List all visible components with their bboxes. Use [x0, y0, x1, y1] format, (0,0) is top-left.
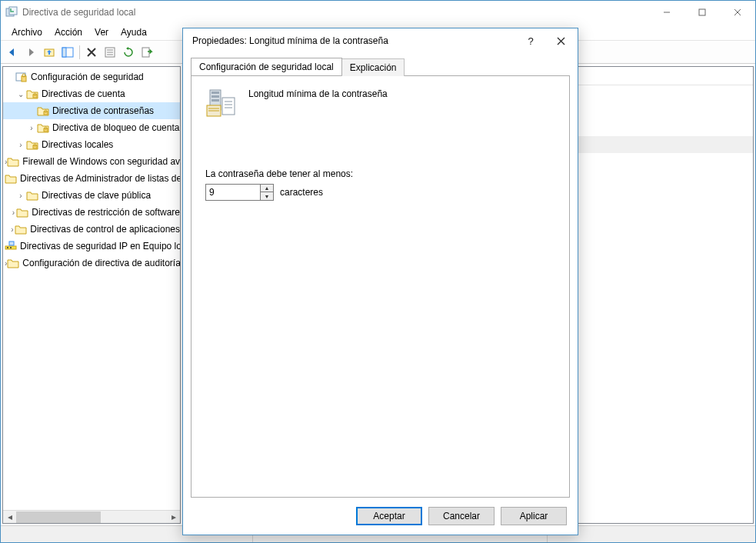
scroll-thumb[interactable]: [16, 511, 101, 523]
dialog-body: Configuración de seguridad local Explica…: [183, 53, 578, 498]
svg-point-26: [10, 247, 12, 248]
tree-root-label: Configuración de seguridad: [31, 72, 144, 82]
tree-item-label: Directivas locales: [42, 139, 113, 150]
tree-item-admin-listas[interactable]: Directivas de Administrador de listas de…: [3, 170, 180, 187]
min-length-input[interactable]: [206, 185, 260, 200]
spin-row: ▲ ▼ caracteres: [205, 184, 555, 201]
tree-item-label: Directivas de seguridad IP en Equipo loc…: [20, 241, 181, 252]
export-button[interactable]: [138, 44, 155, 61]
spin-up-button[interactable]: ▲: [261, 185, 273, 192]
minimize-button[interactable]: [649, 1, 684, 24]
folder-icon: [7, 155, 19, 168]
expand-icon[interactable]: ›: [15, 141, 26, 149]
expand-icon[interactable]: ›: [10, 225, 15, 234]
cancel-button[interactable]: Cancelar: [428, 507, 495, 525]
tab-label: Configuración de seguridad local: [199, 62, 334, 72]
svg-rect-6: [62, 48, 66, 57]
svg-rect-11: [142, 48, 149, 57]
policy-header: Longitud mínima de la contraseña: [205, 87, 555, 119]
dialog-close-button[interactable]: [544, 28, 578, 53]
svg-rect-28: [211, 92, 219, 94]
tree: Configuración de seguridad ⌄ Directivas …: [3, 67, 180, 273]
apply-button[interactable]: Aplicar: [501, 507, 567, 525]
policy-icon: [205, 87, 238, 119]
tree-item-label: Directivas de clave pública: [42, 190, 151, 201]
tree-item-firewall[interactable]: › Firewall de Windows con seguridad avan…: [3, 153, 180, 170]
folder-icon: [16, 206, 28, 218]
tree-item-label: Directivas de Administrador de listas de…: [20, 173, 181, 184]
help-button[interactable]: ?: [518, 28, 544, 53]
ok-button[interactable]: Aceptar: [356, 507, 422, 525]
tree-item-label: Directiva de bloqueo de cuenta: [52, 122, 179, 133]
app-icon: [5, 6, 18, 18]
properties-button[interactable]: [102, 44, 118, 61]
dialog-titlebar: Propiedades: Longitud mínima de la contr…: [183, 28, 578, 53]
field-label: La contraseña debe tener al menos:: [205, 168, 555, 179]
tree-item-label: Directiva de contraseñas: [52, 105, 154, 116]
spin-down-button[interactable]: ▼: [261, 192, 273, 200]
min-length-spinner: ▲ ▼: [205, 184, 274, 201]
window-controls: [649, 1, 755, 24]
tree-item-restriccion-software[interactable]: › Directivas de restricción de software: [3, 204, 180, 221]
tree-item-label: Firewall de Windows con seguridad avanza…: [22, 156, 181, 167]
spin-suffix: caracteres: [280, 187, 323, 198]
up-button[interactable]: [41, 44, 58, 61]
window-title: Directiva de seguridad local: [22, 7, 649, 18]
status-cell: [548, 526, 755, 542]
svg-rect-3: [699, 9, 705, 15]
titlebar: Directiva de seguridad local: [1, 1, 755, 24]
expand-icon[interactable]: ›: [15, 192, 26, 200]
tree-item-seguridad-ip[interactable]: Directivas de seguridad IP en Equipo loc…: [3, 238, 180, 255]
svg-rect-34: [222, 98, 235, 115]
svg-rect-30: [211, 99, 219, 102]
maximize-button[interactable]: [684, 1, 720, 24]
folder-lock-icon: [37, 105, 49, 117]
tabstrip: Configuración de seguridad local Explica…: [191, 58, 570, 75]
properties-dialog: Propiedades: Longitud mínima de la contr…: [182, 28, 578, 535]
field-block: La contraseña debe tener al menos: ▲ ▼ c…: [205, 168, 555, 201]
toolbar-separator: [79, 45, 80, 59]
tree-item-directiva-bloqueo[interactable]: › Directiva de bloqueo de cuenta: [3, 119, 180, 136]
menu-ayuda[interactable]: Ayuda: [115, 25, 153, 39]
policy-name: Longitud mínima de la contraseña: [248, 87, 388, 99]
tree-item-auditoria-avanzada[interactable]: › Configuración de directiva de auditorí…: [3, 255, 180, 272]
tree-root[interactable]: Configuración de seguridad: [3, 68, 180, 85]
menu-ver[interactable]: Ver: [88, 25, 115, 39]
delete-button[interactable]: [83, 44, 100, 61]
expand-icon[interactable]: ›: [11, 208, 17, 217]
tree-item-label: Configuración de directiva de auditoría …: [22, 258, 181, 268]
tree-item-control-aplicaciones[interactable]: › Directivas de control de aplicaciones: [3, 221, 180, 238]
menu-accion[interactable]: Acción: [48, 25, 88, 39]
svg-rect-24: [9, 242, 14, 245]
menu-archivo[interactable]: Archivo: [5, 25, 48, 39]
tree-item-directivas-locales[interactable]: › Directivas locales: [3, 136, 180, 153]
tab-page: Longitud mínima de la contraseña La cont…: [191, 75, 570, 498]
refresh-button[interactable]: [120, 44, 137, 61]
dialog-title: Propiedades: Longitud mínima de la contr…: [192, 35, 518, 46]
collapse-icon[interactable]: ⌄: [15, 90, 26, 98]
folder-icon: [7, 257, 19, 269]
svg-point-25: [7, 247, 8, 248]
back-button[interactable]: [4, 44, 21, 61]
expand-icon[interactable]: ›: [26, 124, 37, 132]
tree-pane[interactable]: Configuración de seguridad ⌄ Directivas …: [2, 66, 181, 524]
horizontal-scrollbar[interactable]: ◂ ▸: [3, 510, 180, 523]
tree-item-directiva-contrasenas[interactable]: Directiva de contraseñas: [3, 102, 180, 119]
tab-label: Explicación: [350, 62, 397, 73]
forward-button[interactable]: [22, 44, 39, 61]
svg-rect-29: [211, 95, 219, 98]
close-button[interactable]: [720, 1, 755, 24]
tree-item-label: Directivas de restricción de software: [32, 207, 180, 218]
show-hide-tree-button[interactable]: [59, 44, 76, 61]
tree-item-directivas-cuenta[interactable]: ⌄ Directivas de cuenta: [3, 85, 180, 102]
scroll-right-button[interactable]: ▸: [167, 511, 180, 524]
folder-lock-icon: [37, 122, 49, 134]
tab-config-seguridad-local[interactable]: Configuración de seguridad local: [191, 58, 342, 75]
tree-item-clave-publica[interactable]: › Directivas de clave pública: [3, 187, 180, 204]
spinner-buttons: ▲ ▼: [260, 185, 273, 200]
folder-lock-icon: [26, 138, 38, 151]
scroll-left-button[interactable]: ◂: [3, 511, 16, 524]
tab-explicacion[interactable]: Explicación: [341, 58, 405, 76]
tree-item-label: Directivas de cuenta: [42, 88, 125, 99]
folder-icon: [26, 189, 38, 202]
